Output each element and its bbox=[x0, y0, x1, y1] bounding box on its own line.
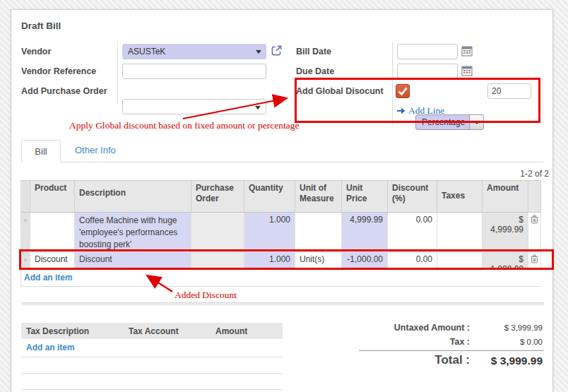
add-line-label: Add Line bbox=[408, 105, 444, 117]
bill-add-item-row: Add an item bbox=[21, 270, 541, 287]
list-pager[interactable]: 1-2 of 2 bbox=[520, 169, 549, 179]
header-unit-of-measure: Unit of Measure bbox=[295, 181, 342, 213]
cell-taxes[interactable] bbox=[437, 213, 483, 252]
totals-divider bbox=[359, 350, 544, 351]
draft-bill-page: Draft Bill Vendor Vendor Reference Add P… bbox=[0, 0, 568, 392]
form-separator-left bbox=[117, 42, 118, 104]
tab-other-info[interactable]: Other Info bbox=[61, 139, 130, 162]
cell-unit-of-measure[interactable]: Unit(s) bbox=[295, 252, 342, 270]
add-line-link[interactable]: Add Line bbox=[397, 105, 444, 117]
header-description: Description bbox=[75, 181, 191, 213]
tax-total-value: $ 0.00 bbox=[520, 338, 543, 346]
add-an-item-link[interactable]: Add an item bbox=[26, 343, 75, 352]
notebook-tabs: Bill Other Info bbox=[21, 139, 543, 162]
tax-total-label: Tax : bbox=[450, 337, 470, 347]
row-handle-icon bbox=[24, 219, 27, 222]
header-purchase-order: Purchase Order bbox=[191, 181, 244, 213]
untaxed-amount-value: $ 3,999.99 bbox=[504, 323, 543, 332]
cell-taxes[interactable] bbox=[437, 252, 483, 270]
header-amount: Amount bbox=[483, 181, 528, 213]
vendor-select-value: ASUSTeK bbox=[128, 47, 165, 57]
vendor-reference-label: Vendor Reference bbox=[21, 66, 96, 76]
cell-discount[interactable]: 0.00 bbox=[388, 213, 437, 252]
chevron-down-icon bbox=[255, 106, 261, 109]
cell-description[interactable]: Coffee Machine with huge 'employee's per… bbox=[75, 213, 191, 252]
cell-purchase-order[interactable] bbox=[191, 213, 244, 252]
delete-line-button[interactable] bbox=[528, 252, 541, 270]
select-dropdown-button bbox=[469, 115, 483, 129]
global-discount-annotation: Apply Global discount based on fixed amo… bbox=[69, 120, 299, 131]
header-handle-cell bbox=[21, 181, 30, 213]
trash-icon bbox=[531, 215, 538, 224]
due-date-picker-button[interactable] bbox=[461, 65, 473, 78]
header-tax-description: Tax Description bbox=[21, 326, 124, 336]
header-quantity: Quantity bbox=[244, 181, 295, 213]
header-delete-cell bbox=[528, 181, 541, 213]
calendar-icon bbox=[461, 45, 473, 57]
add-global-discount-label: Add Global Disocunt bbox=[296, 86, 384, 96]
bill-lines-table: Product Description Purchase Order Quant… bbox=[20, 180, 541, 287]
calendar-icon bbox=[461, 65, 473, 76]
tax-empty-row bbox=[21, 374, 283, 390]
discount-type-select[interactable]: Percentage bbox=[415, 114, 484, 130]
vendor-reference-input[interactable] bbox=[122, 64, 266, 79]
bill-date-input[interactable] bbox=[397, 44, 458, 59]
bill-date-label: Bill Date bbox=[296, 47, 331, 57]
external-link-icon bbox=[270, 44, 283, 57]
open-vendor-record-button[interactable] bbox=[270, 44, 283, 59]
untaxed-amount-label: Untaxed Amount : bbox=[394, 323, 470, 333]
add-purchase-order-select[interactable] bbox=[122, 99, 266, 114]
cell-purchase-order[interactable] bbox=[191, 252, 244, 270]
tax-table-header-row: Tax Description Tax Account Amount bbox=[21, 323, 283, 339]
total-label: Total : bbox=[434, 353, 470, 367]
cell-unit-price[interactable]: -1,000.00 bbox=[342, 252, 388, 270]
header-taxes: Taxes bbox=[437, 181, 483, 213]
cell-quantity[interactable]: 1.000 bbox=[244, 252, 295, 270]
tab-bill-label: Bill bbox=[35, 146, 47, 157]
table-row-discount: Discount Discount 1.000 Unit(s) -1,000.0… bbox=[21, 252, 541, 270]
header-tax-amount: Amount bbox=[211, 326, 283, 336]
header-discount: Discount (%) bbox=[388, 181, 437, 213]
vendor-select[interactable]: ASUSTeK bbox=[122, 44, 266, 59]
page-title: Draft Bill bbox=[21, 20, 61, 31]
form-separator-right bbox=[392, 42, 393, 126]
cell-quantity[interactable]: 1.000 bbox=[244, 213, 295, 252]
header-unit-price: Unit Price bbox=[342, 181, 388, 213]
vendor-label: Vendor bbox=[21, 47, 51, 57]
trash-icon bbox=[531, 254, 538, 263]
header-product: Product bbox=[30, 181, 75, 213]
chevron-down-icon bbox=[474, 121, 480, 124]
row-handle[interactable] bbox=[21, 213, 30, 252]
arrow-right-icon bbox=[397, 107, 406, 114]
section-separator bbox=[21, 302, 544, 306]
cell-unit-price[interactable]: 4,999.99 bbox=[342, 213, 388, 252]
tax-empty-row bbox=[21, 357, 283, 374]
total-value: $ 3,999.99 bbox=[491, 355, 543, 367]
delete-line-button[interactable] bbox=[528, 213, 541, 252]
added-discount-annotation: Added Discount bbox=[174, 290, 237, 301]
tax-add-item-row: Add an item bbox=[21, 339, 283, 357]
chevron-down-icon bbox=[256, 50, 261, 54]
cell-unit-of-measure[interactable] bbox=[295, 213, 342, 252]
cell-amount[interactable]: $ -1,000.00 bbox=[483, 252, 528, 270]
cell-product[interactable] bbox=[30, 213, 75, 252]
discount-amount-input[interactable] bbox=[487, 83, 531, 99]
checkbox-check-icon bbox=[396, 85, 409, 97]
row-handle-icon bbox=[24, 259, 27, 261]
row-handle[interactable] bbox=[21, 252, 30, 270]
table-row-coffee-machine: Coffee Machine with huge 'employee's per… bbox=[21, 213, 541, 252]
cell-amount[interactable]: $ 4,999.99 bbox=[483, 213, 528, 252]
tax-lines-table: Tax Description Tax Account Amount Add a… bbox=[21, 323, 283, 390]
add-an-item-link[interactable]: Add an item bbox=[24, 273, 73, 283]
bill-date-picker-button[interactable] bbox=[461, 45, 473, 59]
add-purchase-order-label: Add Purchase Order bbox=[21, 86, 107, 96]
table-header-row: Product Description Purchase Order Quant… bbox=[21, 181, 541, 213]
global-discount-checkbox[interactable] bbox=[396, 84, 410, 98]
cell-product[interactable]: Discount bbox=[30, 252, 75, 270]
due-date-input[interactable] bbox=[397, 64, 458, 79]
tab-bill[interactable]: Bill bbox=[21, 140, 61, 162]
cell-discount[interactable]: 0.00 bbox=[388, 252, 437, 270]
header-tax-account: Tax Account bbox=[124, 326, 211, 336]
due-date-label: Due Date bbox=[296, 66, 334, 76]
cell-description[interactable]: Discount bbox=[75, 252, 191, 270]
